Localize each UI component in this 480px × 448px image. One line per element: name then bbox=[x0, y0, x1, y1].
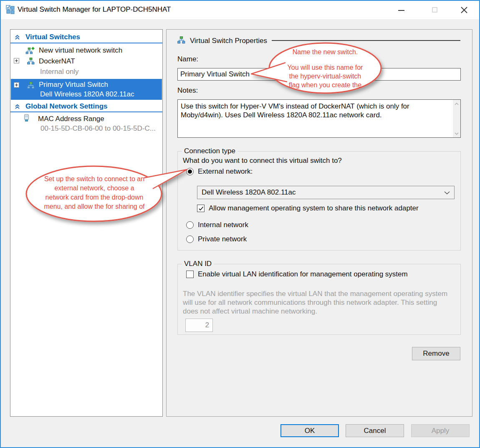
notes-label: Notes: bbox=[177, 86, 198, 95]
sidebar-item-primary-virtual-switch[interactable]: Primary Virtual Switch Dell Wireless 182… bbox=[11, 79, 162, 100]
sidebar-item-label: Primary Virtual Switch bbox=[39, 81, 108, 89]
network-adapter-icon bbox=[23, 114, 30, 122]
mac-address-range-value: 00-15-5D-CB-06-00 to 00-15-5D-C... bbox=[40, 124, 156, 133]
sidebar-item-dockernat[interactable]: DockerNAT bbox=[10, 56, 162, 66]
remove-button[interactable]: Remove bbox=[412, 347, 460, 360]
connection-question: What do you want to connect this virtual… bbox=[183, 157, 342, 165]
name-label: Name: bbox=[177, 55, 198, 63]
title-bar: Virtual Switch Manager for LAPTOP-DCH5NH… bbox=[1, 1, 479, 19]
vlan-id-input bbox=[185, 319, 213, 332]
scroll-down-button[interactable] bbox=[453, 130, 460, 137]
virtual-switches-header-label: Virtual Switches bbox=[25, 33, 80, 41]
expand-plus-icon[interactable] bbox=[14, 58, 19, 63]
minimize-icon bbox=[398, 10, 404, 11]
share-adapter-checkbox[interactable]: Allow management operating system to sha… bbox=[197, 204, 419, 213]
external-network-radio[interactable]: External network: bbox=[186, 167, 253, 176]
global-network-settings-header-label: Global Network Settings bbox=[25, 102, 107, 111]
notes-text: Use this switch for Hyper-V VM's instead… bbox=[181, 102, 450, 119]
minimize-button[interactable] bbox=[392, 1, 411, 19]
chevron-up-icon bbox=[455, 103, 459, 105]
enable-vlan-checkbox[interactable]: Enable virtual LAN identification for ma… bbox=[186, 270, 408, 278]
adapter-selected-value: Dell Wireless 1820A 802.11ac bbox=[202, 188, 296, 197]
sidebar-item-label: DockerNAT bbox=[39, 57, 75, 66]
sidebar-item-label: New virtual network switch bbox=[39, 46, 122, 55]
checkbox-unchecked-icon[interactable] bbox=[186, 271, 194, 278]
sidebar-item-subtext: Dell Wireless 1820A 802.11ac bbox=[40, 90, 134, 99]
double-chevron-up-icon bbox=[14, 34, 20, 40]
sidebar-item-label: MAC Address Range bbox=[38, 115, 104, 123]
connection-type-group: Connection type What do you want to conn… bbox=[177, 151, 461, 251]
properties-panel: Virtual Switch Properties Name: Notes: U… bbox=[166, 29, 472, 417]
expand-plus-icon[interactable] bbox=[14, 82, 19, 88]
vlan-id-group: VLAN ID Enable virtual LAN identificatio… bbox=[177, 264, 461, 335]
chevron-down-icon bbox=[444, 191, 450, 195]
network-adapter-dropdown[interactable]: Dell Wireless 1820A 802.11ac bbox=[197, 186, 455, 199]
internal-network-radio[interactable]: Internal network bbox=[186, 221, 248, 229]
double-chevron-up-icon bbox=[14, 103, 20, 110]
sidebar-panel: Virtual Switches New virtual network swi… bbox=[10, 29, 163, 417]
vlan-id-legend: VLAN ID bbox=[182, 260, 214, 268]
scroll-up-button[interactable] bbox=[453, 100, 460, 107]
header-underline bbox=[10, 43, 162, 43]
private-network-radio[interactable]: Private network bbox=[186, 235, 247, 243]
close-button[interactable] bbox=[454, 1, 473, 19]
checkbox-checked-icon[interactable] bbox=[197, 205, 205, 212]
external-network-label: External network: bbox=[198, 167, 253, 176]
sidebar-item-subtext: Internal only bbox=[40, 68, 79, 76]
vlan-description: The VLAN identifier specifies the virtua… bbox=[183, 289, 453, 316]
cancel-button[interactable]: Cancel bbox=[346, 424, 404, 437]
window-title: Virtual Switch Manager for LAPTOP-DCH5NH… bbox=[18, 5, 171, 14]
ok-button[interactable]: OK bbox=[280, 424, 339, 437]
apply-button: Apply bbox=[411, 424, 470, 437]
internal-network-label: Internal network bbox=[198, 221, 248, 229]
virtual-switch-icon bbox=[27, 58, 35, 65]
virtual-switches-header[interactable]: Virtual Switches bbox=[10, 32, 162, 42]
hyperv-manager-icon bbox=[6, 5, 15, 14]
connection-type-legend: Connection type bbox=[182, 147, 237, 155]
share-adapter-label: Allow management operating system to sha… bbox=[209, 204, 419, 213]
notes-textarea[interactable]: Use this switch for Hyper-V VM's instead… bbox=[177, 99, 461, 138]
global-network-settings-header[interactable]: Global Network Settings bbox=[10, 101, 162, 111]
notes-scrollbar[interactable] bbox=[453, 100, 460, 137]
panel-title: Virtual Switch Properties bbox=[190, 37, 267, 45]
chevron-down-icon bbox=[455, 132, 459, 135]
name-input[interactable] bbox=[177, 68, 461, 81]
maximize-button bbox=[425, 1, 444, 19]
private-network-label: Private network bbox=[198, 235, 247, 243]
virtual-switch-manager-window: Virtual Switch Manager for LAPTOP-DCH5NH… bbox=[0, 0, 480, 448]
radio-selected-icon[interactable] bbox=[186, 168, 194, 175]
header-rule bbox=[272, 40, 460, 41]
virtual-switch-add-icon bbox=[25, 47, 35, 54]
sidebar-item-new-virtual-network-switch[interactable]: New virtual network switch bbox=[10, 46, 162, 56]
enable-vlan-label: Enable virtual LAN identification for ma… bbox=[198, 270, 408, 278]
radio-icon[interactable] bbox=[186, 235, 194, 243]
sidebar-item-mac-address-range[interactable]: MAC Address Range bbox=[10, 114, 162, 124]
virtual-switch-icon bbox=[27, 82, 35, 89]
radio-icon[interactable] bbox=[186, 221, 194, 229]
virtual-switch-icon bbox=[177, 36, 185, 44]
header-underline bbox=[10, 111, 162, 112]
maximize-icon bbox=[432, 7, 437, 13]
